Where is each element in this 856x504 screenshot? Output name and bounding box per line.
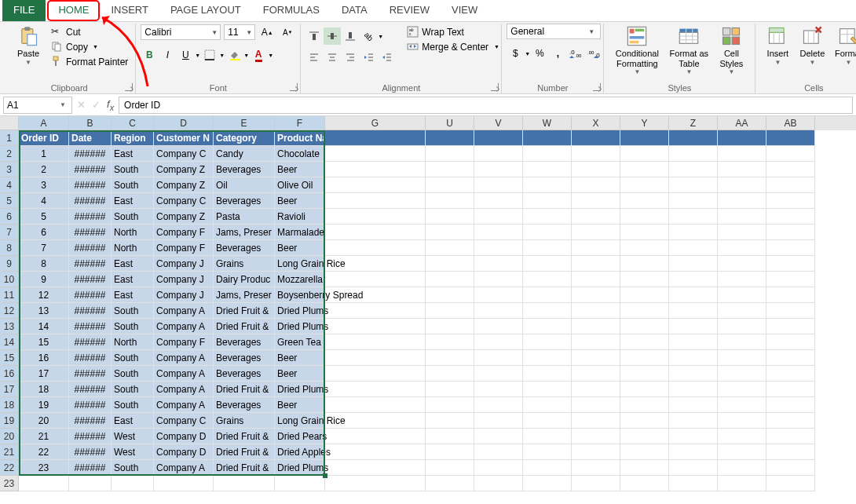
- cell[interactable]: [214, 476, 275, 491]
- cell[interactable]: [620, 413, 669, 429]
- cell[interactable]: [275, 476, 325, 491]
- cell[interactable]: South: [112, 319, 154, 334]
- align-center-button[interactable]: [324, 49, 341, 66]
- cell[interactable]: [325, 225, 426, 240]
- align-middle-button[interactable]: [324, 27, 341, 45]
- cell[interactable]: 19: [19, 397, 69, 413]
- cell[interactable]: [474, 319, 523, 334]
- cell[interactable]: South: [112, 366, 154, 382]
- font-size-combo[interactable]: ▼: [224, 24, 255, 40]
- cell[interactable]: Company D: [154, 429, 214, 444]
- cell[interactable]: [523, 429, 572, 444]
- cell[interactable]: [669, 334, 718, 350]
- cell[interactable]: [718, 303, 766, 319]
- select-all-corner[interactable]: [0, 116, 19, 130]
- cell[interactable]: [523, 225, 572, 240]
- cell[interactable]: [669, 350, 718, 366]
- cell[interactable]: [572, 209, 620, 225]
- cell[interactable]: Pasta: [214, 209, 275, 225]
- cell[interactable]: [620, 303, 669, 319]
- cell[interactable]: Beer: [275, 162, 325, 177]
- cell[interactable]: [325, 240, 426, 256]
- column-header[interactable]: Y: [620, 116, 669, 130]
- cell[interactable]: [766, 334, 815, 350]
- cell[interactable]: [766, 287, 815, 303]
- row-header[interactable]: 3: [0, 162, 19, 177]
- cell[interactable]: ######: [69, 303, 112, 319]
- cell[interactable]: Company Z: [154, 209, 214, 225]
- cell[interactable]: [669, 287, 718, 303]
- cell[interactable]: South: [112, 350, 154, 366]
- column-header[interactable]: B: [69, 116, 112, 130]
- font-color-button[interactable]: A: [250, 46, 267, 64]
- cell[interactable]: 2: [19, 162, 69, 177]
- cell[interactable]: [523, 382, 572, 397]
- wrap-text-button[interactable]: abcWrap Text: [404, 25, 502, 38]
- bold-button[interactable]: B: [141, 46, 158, 64]
- cell[interactable]: [523, 334, 572, 350]
- cell[interactable]: [620, 177, 669, 193]
- tab-insert[interactable]: INSERT: [100, 0, 159, 21]
- format-painter-button[interactable]: Format Painter: [49, 55, 130, 68]
- cell[interactable]: [718, 225, 766, 240]
- cell[interactable]: [718, 444, 766, 460]
- cell[interactable]: [325, 319, 426, 334]
- cell[interactable]: [523, 444, 572, 460]
- cell[interactable]: 13: [19, 303, 69, 319]
- cell[interactable]: [669, 397, 718, 413]
- cell[interactable]: [620, 397, 669, 413]
- cell[interactable]: [669, 209, 718, 225]
- row-header[interactable]: 22: [0, 460, 19, 476]
- cell[interactable]: Grains: [214, 413, 275, 429]
- font-family-input[interactable]: [141, 27, 209, 38]
- cell[interactable]: North: [112, 225, 154, 240]
- cell[interactable]: [426, 382, 474, 397]
- cell[interactable]: [718, 413, 766, 429]
- cell[interactable]: Beverages: [214, 366, 275, 382]
- cell[interactable]: [669, 240, 718, 256]
- cell[interactable]: Dried Plums: [275, 382, 325, 397]
- row-header[interactable]: 17: [0, 382, 19, 397]
- cell[interactable]: [325, 130, 426, 146]
- cell[interactable]: [620, 460, 669, 476]
- cell[interactable]: [325, 193, 426, 209]
- cell[interactable]: [620, 429, 669, 444]
- cell[interactable]: [669, 429, 718, 444]
- cell[interactable]: [620, 319, 669, 334]
- cell[interactable]: Company D: [154, 444, 214, 460]
- cell[interactable]: [325, 256, 426, 272]
- cell[interactable]: [572, 272, 620, 287]
- column-header[interactable]: F: [275, 116, 325, 130]
- cell[interactable]: [426, 319, 474, 334]
- decrease-indent-button[interactable]: [360, 49, 377, 66]
- cell[interactable]: [474, 350, 523, 366]
- cell[interactable]: South: [112, 460, 154, 476]
- cell[interactable]: [523, 256, 572, 272]
- row-header[interactable]: 21: [0, 444, 19, 460]
- cell[interactable]: Dried Fruit &: [214, 382, 275, 397]
- column-header[interactable]: V: [474, 116, 523, 130]
- cell[interactable]: South: [112, 162, 154, 177]
- cell[interactable]: ######: [69, 162, 112, 177]
- tab-review[interactable]: REVIEW: [379, 0, 441, 21]
- cell[interactable]: [766, 256, 815, 272]
- cell[interactable]: [523, 177, 572, 193]
- increase-indent-button[interactable]: [378, 49, 395, 66]
- cell[interactable]: Company C: [154, 413, 214, 429]
- cell[interactable]: [426, 256, 474, 272]
- enter-formula-icon[interactable]: ✓: [92, 99, 101, 111]
- cell[interactable]: 4: [19, 193, 69, 209]
- cell[interactable]: Grains: [214, 256, 275, 272]
- cell[interactable]: Company A: [154, 397, 214, 413]
- cell[interactable]: [766, 272, 815, 287]
- cell[interactable]: [572, 287, 620, 303]
- cell[interactable]: Beer: [275, 350, 325, 366]
- cell[interactable]: [426, 397, 474, 413]
- column-header[interactable]: X: [572, 116, 620, 130]
- column-header[interactable]: AA: [718, 116, 766, 130]
- cell[interactable]: South: [112, 382, 154, 397]
- cell[interactable]: South: [112, 177, 154, 193]
- cell[interactable]: Date: [69, 130, 112, 146]
- cell[interactable]: [325, 303, 426, 319]
- cell[interactable]: [572, 382, 620, 397]
